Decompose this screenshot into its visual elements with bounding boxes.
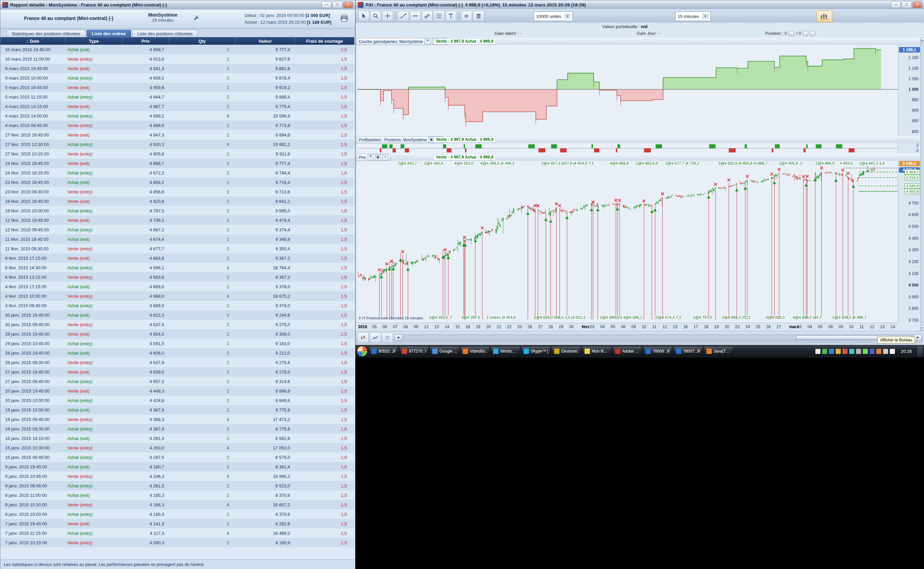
scroll-right-button[interactable]: ▶ — [914, 335, 922, 341]
table-row[interactable]: 20 janv. 2015 10:00:00Achat (entry)4 424… — [0, 396, 354, 405]
taskbar-button[interactable]: Windo... — [491, 346, 520, 356]
table-row[interactable]: 19 févr. 2015 19:45:00Vente (exit)4 820,… — [0, 196, 354, 206]
position-icon[interactable] — [789, 31, 794, 36]
pointer-tool-icon[interactable] — [358, 11, 369, 21]
panel-copy-icon[interactable]: ▣ — [375, 154, 381, 160]
table-row[interactable]: 15 janv. 2015 14:15:00Achat (exit)4 281,… — [0, 434, 354, 443]
tray-icon[interactable] — [836, 349, 841, 354]
horizontal-line-tool-icon[interactable] — [410, 11, 421, 21]
table-row[interactable]: 9 janv. 2015 10:45:00Vente (entry)4 246,… — [0, 472, 354, 481]
table-row[interactable]: 29 janv. 2015 19:45:00Vente (exit)4 654,… — [0, 329, 354, 339]
scroll-up-button[interactable]: ▲ — [921, 38, 924, 43]
grid-toggle-icon[interactable] — [382, 333, 393, 343]
tab-liste-des-ordres[interactable]: Liste des ordres — [86, 30, 130, 37]
chart-titlebar[interactable]: PXI - France 40 au comptant (Mini-contra… — [356, 0, 924, 9]
positions-plot[interactable] — [357, 143, 898, 154]
table-row[interactable]: 10 mars 2015 19:45:00Achat (exit)4 888,7… — [0, 45, 354, 54]
table-row[interactable]: 27 janv. 2015 09:45:00Achat (entry)4 657… — [0, 377, 354, 386]
table-row[interactable]: 19 févr. 2015 10:00:00Achat (entry)4 797… — [0, 206, 354, 215]
close-button[interactable]: × — [343, 2, 353, 8]
table-row[interactable]: 6 févr. 2015 13:15:00Vente (entry)4 683,… — [0, 272, 354, 282]
taskbar-button[interactable]: Skype™ [... — [521, 346, 550, 356]
table-row[interactable]: 4 mars 2015 09:45:00Vente (entry)4 886,9… — [0, 120, 354, 130]
col-header[interactable]: ↕ Date — [0, 37, 65, 45]
text-tool-icon[interactable] — [445, 11, 456, 21]
channel-tool-icon[interactable] — [422, 11, 432, 21]
table-row[interactable]: 12 févr. 2015 09:45:00Achat (entry)4 687… — [0, 225, 354, 234]
alerts-icon[interactable] — [810, 31, 815, 36]
table-row[interactable]: 28 janv. 2015 19:45:00Achat (exit)4 606,… — [0, 348, 354, 358]
close-button[interactable]: × — [912, 2, 922, 8]
scroll-left-button[interactable]: ◀ — [394, 335, 402, 341]
table-row[interactable]: 12 févr. 2015 19:45:00Vente (exit)4 739,… — [0, 215, 354, 225]
clock[interactable]: 20:28 — [901, 349, 912, 354]
minimize-button[interactable]: ─ — [322, 2, 331, 8]
zoom-tool-icon[interactable] — [370, 11, 381, 21]
table-row[interactable]: 6 févr. 2015 17:15:00Vente (exit)4 683,6… — [0, 253, 354, 263]
table-row[interactable]: 24 févr. 2015 19:45:00Vente (exit)4 888,… — [0, 158, 354, 168]
table-row[interactable]: 27 févr. 2015 10:15:00Vente (entry)4 905… — [0, 149, 354, 158]
taskbar-button[interactable]: Java(T... — [704, 346, 733, 356]
tab-statistiques-des-positions-cl-tur-es[interactable]: Statistiques des positions clôturées — [6, 30, 85, 37]
table-row[interactable]: 24 févr. 2015 16:15:00Achat (entry)4 872… — [0, 168, 354, 178]
panel-close-icon[interactable]: × — [382, 154, 388, 160]
tray-icon[interactable] — [815, 349, 821, 354]
tray-icon[interactable] — [890, 349, 895, 354]
price-plot[interactable]: 2@4 343,72@4 345,64@4 263,04@4 368,3 |4 … — [357, 161, 898, 323]
tray-icon[interactable] — [876, 349, 882, 354]
table-row[interactable]: 27 févr. 2015 12:30:00Achat (entry)4 920… — [0, 140, 354, 149]
table-row[interactable]: 8 janv. 2015 11:00:00Achat (exit)4 185,3… — [0, 490, 354, 500]
chart-style-button[interactable] — [817, 11, 832, 22]
eraser-tool-icon[interactable] — [461, 11, 472, 21]
table-row[interactable]: 5 mars 2015 11:15:00Achat (entry)4 944,7… — [0, 92, 354, 102]
maximize-button[interactable]: □ — [332, 2, 342, 8]
table-row[interactable]: 19 janv. 2015 09:45:00Vente (entry)4 368… — [0, 415, 354, 424]
table-row[interactable]: 11 févr. 2015 19:45:00Achat (exit)4 674,… — [0, 234, 354, 244]
table-row[interactable]: 9 mars 2015 19:45:00Vente (exit)4 941,32… — [0, 64, 354, 73]
candlestick-mode-icon[interactable] — [358, 333, 369, 343]
minimize-button[interactable]: ─ — [891, 2, 901, 8]
table-row[interactable]: 19 janv. 2015 10:00:00Achat (exit)4 387,… — [0, 405, 354, 415]
table-row[interactable]: 15 janv. 2015 10:30:00Vente (entry)4 263… — [0, 443, 354, 452]
col-header[interactable]: Prix — [122, 37, 169, 45]
tray-icon[interactable] — [842, 349, 848, 354]
horizontal-scrollbar[interactable] — [403, 335, 913, 340]
table-row[interactable]: 4 févr. 2015 17:15:00Achat (exit)4 689,0… — [0, 282, 354, 291]
table-row[interactable]: 4 mars 2015 14:00:00Achat (entry)4 899,2… — [0, 111, 354, 120]
line-mode-icon[interactable] — [370, 333, 381, 343]
table-row[interactable]: 9 janv. 2015 09:45:00Achat (entry)4 261,… — [0, 481, 354, 490]
tray-icon[interactable] — [883, 349, 888, 354]
table-row[interactable]: 20 janv. 2015 19:45:00Vente (exit)4 448,… — [0, 386, 354, 396]
table-row[interactable]: 27 janv. 2015 19:45:00Vente (exit)4 639,… — [0, 367, 354, 377]
units-select[interactable]: 10000 unités▼ — [534, 12, 573, 21]
table-row[interactable]: 7 janv. 2015 11:15:00Achat (entry)4 117,… — [0, 528, 354, 538]
table-row[interactable]: 30 janv. 2015 09:45:00Vente (entry)4 637… — [0, 320, 354, 329]
taskbar-button[interactable]: Gestionn... — [552, 346, 581, 356]
tray-icon[interactable] — [856, 349, 861, 354]
table-row[interactable]: 7 janv. 2015 19:45:00Vente (exit)4 141,3… — [0, 519, 354, 528]
taskbar-button[interactable]: 90532: JF... — [369, 346, 398, 356]
tray-icon[interactable] — [829, 349, 834, 354]
taskbar-button[interactable]: 76007: JF... — [674, 346, 702, 356]
col-header[interactable]: Valeur — [235, 37, 295, 45]
tray-icon[interactable] — [849, 349, 854, 354]
maximize-button[interactable]: □ — [902, 2, 912, 8]
tray-icon[interactable] — [869, 349, 875, 354]
table-row[interactable]: 23 févr. 2015 19:45:00Achat (exit)4 858,… — [0, 178, 354, 187]
table-row[interactable]: 5 mars 2015 19:45:00Vente (exit)4 959,62… — [0, 83, 354, 92]
report-titlebar[interactable]: Rapport détaillé - MonSystème - France 4… — [0, 0, 355, 9]
table-row[interactable]: 19 janv. 2015 09:30:00Achat (entry)4 387… — [0, 424, 354, 434]
table-row[interactable]: 4 mars 2015 14:15:00Vente (exit)4 887,72… — [0, 102, 354, 111]
col-header[interactable]: Type — [65, 37, 122, 45]
table-row[interactable]: 30 janv. 2015 19:45:00Achat (exit)4 622,… — [0, 310, 354, 320]
col-header[interactable]: Frais de courtage — [295, 37, 354, 45]
wrench-icon[interactable] — [193, 15, 199, 23]
table-row[interactable]: 23 févr. 2015 09:30:00Vente (entry)4 856… — [0, 187, 354, 196]
col-header[interactable]: Qty — [169, 37, 235, 45]
price-panel-tab[interactable]: Prix ▣ × — [357, 154, 390, 161]
equity-plot[interactable] — [357, 45, 898, 136]
table-row[interactable]: 10 mars 2015 11:00:00Vente (entry)4 913,… — [0, 54, 354, 64]
taskbar-button[interactable]: 76006: JF... — [643, 346, 672, 356]
table-row[interactable]: 9 janv. 2015 19:45:00Achat (exit)4 180,7… — [0, 462, 354, 472]
table-row[interactable]: 28 janv. 2015 09:30:00Vente (entry)4 637… — [0, 358, 354, 367]
